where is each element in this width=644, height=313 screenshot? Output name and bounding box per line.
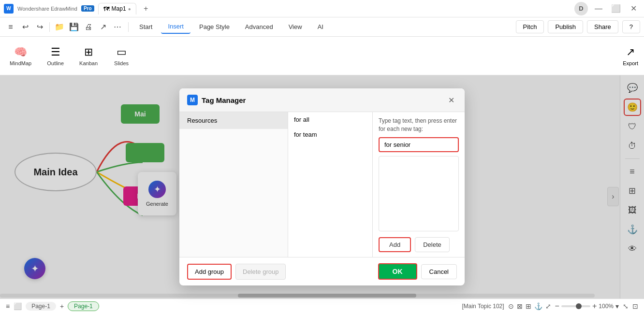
tab-view[interactable]: View	[282, 20, 309, 33]
tag-item-for-team[interactable]: for team	[288, 127, 372, 142]
map1-tab-icon: 🗺	[103, 5, 110, 13]
page-tab-label[interactable]: Page-1	[26, 302, 56, 311]
share-button[interactable]: Share	[587, 20, 618, 33]
minimize-button[interactable]: —	[592, 2, 605, 15]
ribbon-kanban[interactable]: ⊞ Kanban	[75, 43, 102, 69]
zoom-level-label: 100%	[599, 303, 614, 310]
modal-tag-area[interactable]	[379, 156, 459, 231]
maximize-button[interactable]: ⬜	[609, 2, 623, 15]
fullscreen-icon[interactable]: ⊡	[632, 302, 638, 310]
status-icon-menu[interactable]: ≡	[6, 302, 10, 310]
status-bar: ≡ ⬜ Page-1 + Page-1 [Main Topic 102] ⊙ ⊠…	[0, 299, 644, 313]
ribbon-slides[interactable]: ▭ Slides	[109, 43, 133, 69]
export-icon: ↗	[626, 46, 635, 58]
slides-label: Slides	[114, 60, 129, 66]
pro-badge: Pro	[81, 5, 94, 12]
modal-footer-left: Add group Delete group	[187, 264, 374, 280]
status-add-page[interactable]: +	[60, 302, 64, 310]
ribbon-export[interactable]: ↗ Export	[623, 46, 638, 66]
tab-insert[interactable]: Insert	[161, 20, 190, 34]
map1-tab-label: Map1	[112, 5, 126, 12]
modal-cancel-button[interactable]: Cancel	[421, 264, 457, 279]
modal-body: Resources for all for team Type tag text…	[179, 112, 465, 257]
tag-manager-modal: M Tag Manager ✕ Resources for all for te…	[179, 88, 465, 285]
undo-button[interactable]: ↩	[18, 20, 32, 34]
modal-groups-panel: Resources	[179, 112, 288, 257]
save-button[interactable]: 💾	[67, 20, 81, 34]
help-button[interactable]: ?	[622, 20, 640, 33]
fit-page-icon[interactable]: ⤡	[623, 302, 629, 310]
modal-overlay: M Tag Manager ✕ Resources for all for te…	[0, 75, 644, 299]
print-button[interactable]: 🖨	[82, 20, 95, 34]
status-split-icon[interactable]: ⊠	[517, 302, 523, 310]
zoom-control: − + 100% ▾	[555, 302, 619, 311]
mindmap-label: MindMap	[10, 60, 31, 66]
status-align-icon[interactable]: ⊞	[526, 302, 531, 310]
toolbar-separator-2	[128, 22, 129, 32]
status-anchor-icon[interactable]: ⚓	[534, 302, 542, 310]
zoom-handle[interactable]	[576, 303, 582, 309]
close-button[interactable]: ✕	[627, 2, 640, 15]
status-icon-fit[interactable]: ⬜	[14, 302, 22, 310]
main-area: Main Idea Mai Mai ✦ Generate ✦ › 💬 🙂 🛡 ⏱	[0, 75, 644, 299]
modal-header: M Tag Manager ✕	[179, 88, 465, 112]
modal-add-button[interactable]: Add	[379, 237, 411, 252]
ribbon-mindmap[interactable]: 🧠 MindMap	[6, 43, 35, 69]
modal-hint-text: Type tag text, then press enter for each…	[379, 117, 459, 133]
zoom-plus-button[interactable]: +	[592, 302, 597, 311]
quick-access-toolbar: ≡ ↩ ↪ 📁 💾 🖨 ↗ ⋯	[4, 20, 124, 34]
page-tab-active[interactable]: Page-1	[68, 301, 99, 311]
modal-ok-button[interactable]: OK	[378, 263, 417, 280]
more-button[interactable]: ⋯	[111, 20, 124, 34]
modal-tag-input[interactable]	[379, 137, 459, 152]
map1-tab[interactable]: 🗺 Map1 ●	[98, 3, 136, 14]
user-avatar[interactable]: D	[574, 2, 588, 15]
modal-title: Tag Manager	[202, 96, 441, 104]
modal-right-buttons: Add Delete	[379, 237, 459, 252]
status-fit-icon[interactable]: ⊙	[508, 302, 514, 310]
modal-delete-button[interactable]: Delete	[415, 237, 450, 252]
app-logo: W	[4, 4, 14, 14]
status-icons-group: ⊙ ⊠ ⊞ ⚓ ⤢	[508, 302, 551, 310]
kanban-icon: ⊞	[84, 46, 93, 58]
app-brand: Wondershare EdrawMind	[17, 6, 77, 12]
tab-page-style[interactable]: Page Style	[192, 20, 236, 33]
export-label: Export	[623, 60, 638, 66]
zoom-dropdown-icon[interactable]: ▾	[615, 302, 619, 310]
outline-label: Outline	[47, 60, 64, 66]
zoom-minus-button[interactable]: −	[555, 302, 559, 311]
toolbar-right: Pitch Publish Share ?	[516, 20, 640, 33]
map1-tab-dot[interactable]: ●	[128, 6, 131, 12]
export-button[interactable]: ↗	[96, 20, 110, 34]
modal-delete-group-button[interactable]: Delete group	[235, 264, 286, 280]
publish-button[interactable]: Publish	[548, 20, 583, 33]
tab-start[interactable]: Start	[132, 20, 159, 33]
modal-logo: M	[187, 95, 198, 105]
tag-item-for-all[interactable]: for all	[288, 112, 372, 127]
tab-ai[interactable]: AI	[311, 20, 330, 33]
toolbar-separator-1	[49, 22, 50, 32]
title-bar: W Wondershare EdrawMind Pro 🗺 Map1 ● + D…	[0, 0, 644, 17]
tab-advanced[interactable]: Advanced	[238, 20, 280, 33]
collapse-icon[interactable]: ≡	[4, 20, 17, 34]
modal-tags-panel: for all for team	[288, 112, 373, 257]
pitch-button[interactable]: Pitch	[516, 20, 544, 33]
group-item-resources[interactable]: Resources	[179, 112, 288, 129]
add-tab-button[interactable]: +	[140, 3, 152, 14]
zoom-bar[interactable]	[561, 305, 590, 307]
status-expand-icon[interactable]: ⤢	[545, 302, 551, 310]
modal-footer: Add group Delete group OK Cancel	[179, 257, 465, 285]
ribbon-bar: 🧠 MindMap ☰ Outline ⊞ Kanban ▭ Slides ↗ …	[0, 37, 644, 75]
slides-icon: ▭	[117, 46, 127, 58]
menu-bar: ≡ ↩ ↪ 📁 💾 🖨 ↗ ⋯ Start Insert Page Style …	[0, 17, 644, 37]
outline-icon: ☰	[51, 46, 60, 58]
modal-close-button[interactable]: ✕	[445, 94, 457, 106]
kanban-label: Kanban	[79, 60, 98, 66]
open-button[interactable]: 📁	[53, 20, 66, 34]
ribbon-outline[interactable]: ☰ Outline	[43, 43, 68, 69]
modal-add-group-button[interactable]: Add group	[187, 264, 232, 280]
status-text: [Main Topic 102]	[462, 303, 504, 310]
modal-edit-panel: Type tag text, then press enter for each…	[373, 112, 465, 257]
mindmap-icon: 🧠	[14, 46, 27, 58]
redo-button[interactable]: ↪	[33, 20, 46, 34]
